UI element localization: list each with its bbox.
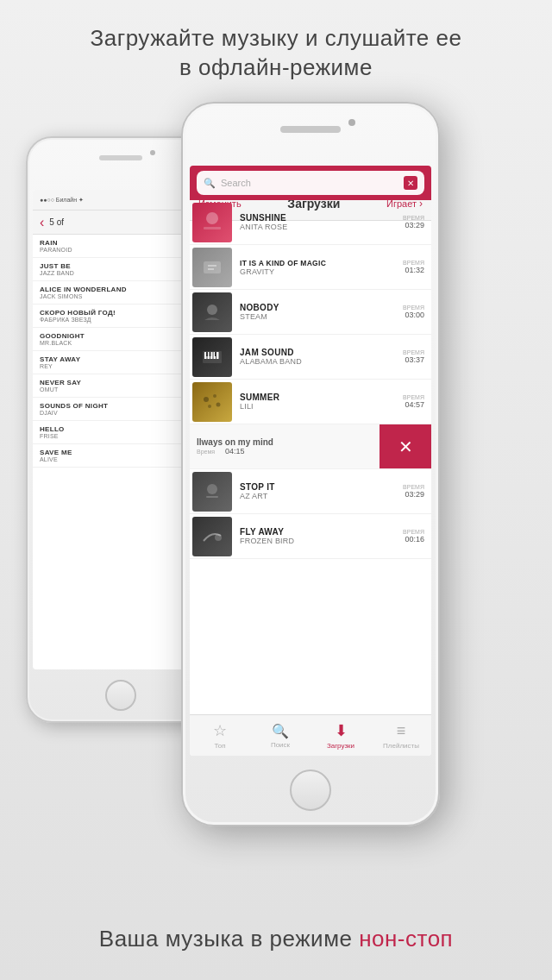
back-song-title: Just be: [40, 262, 202, 270]
front-phone-camera: [348, 119, 355, 126]
song-duration: 03:37: [403, 355, 424, 364]
song-duration: 03:00: [403, 311, 424, 319]
back-arrow-icon[interactable]: ‹: [40, 215, 44, 230]
song-duration: 04:57: [403, 400, 424, 409]
svg-rect-20: [206, 496, 218, 498]
back-song-title: Rain: [40, 239, 202, 247]
song-thumbnail: [192, 472, 232, 512]
svg-rect-14: [215, 352, 216, 356]
back-song-artist: Omut: [40, 386, 202, 393]
back-song-artist: Alive: [40, 456, 202, 462]
swiped-song-meta: Время 04:15: [197, 447, 273, 455]
back-song-artist: Frise: [40, 433, 202, 439]
tab-playlists-label: Плейлисты: [383, 742, 419, 750]
song-info: Stop it Az Art: [235, 482, 403, 500]
star-icon: ☆: [213, 721, 227, 740]
tab-bar: ☆ Топ 🔍 Поиск ⬇ Загрузки ≡ Плейлисты: [190, 714, 431, 756]
song-meta: Время 04:57: [403, 394, 431, 409]
svg-point-5: [207, 305, 217, 315]
back-song-title: Alice in Wonderland: [40, 286, 202, 293]
back-song-artist: Jazz Band: [40, 270, 202, 276]
search-clear-button[interactable]: ✕: [404, 176, 417, 190]
song-thumbnail: [192, 337, 232, 377]
song-artist: Az Art: [240, 492, 398, 500]
svg-point-15: [204, 397, 209, 402]
song-title: Stop it: [240, 482, 398, 492]
list-item[interactable]: Nobody Steam Время 03:00: [190, 290, 431, 335]
swiped-duration: 04:15: [225, 447, 245, 455]
back-song-title: Hello: [40, 425, 202, 433]
back-phone-home-button[interactable]: [105, 680, 136, 711]
swiped-time-label: Время: [197, 449, 215, 455]
time-label: Время: [403, 394, 424, 400]
song-artist: Frozen Bird: [240, 537, 398, 545]
svg-rect-12: [206, 352, 208, 356]
search-input[interactable]: Search: [221, 178, 398, 188]
song-title: Fly Away: [240, 527, 398, 537]
song-info: Summer Lili: [235, 393, 403, 411]
back-song-artist: Jack Simons: [40, 293, 202, 299]
song-title: Sunshine: [240, 213, 398, 223]
delete-x-icon: ✕: [398, 437, 413, 457]
song-title: Jam Sound: [240, 348, 398, 357]
bottom-heading: Ваша музыка в режиме нон-стоп: [0, 926, 552, 952]
list-item[interactable]: Sunshine Anita Rose Время 03:29: [190, 200, 431, 245]
list-item[interactable]: Fly Away Frozen Bird Время 00:16: [190, 514, 431, 559]
time-label: Время: [403, 529, 424, 535]
tab-search[interactable]: 🔍 Поиск: [250, 715, 310, 756]
time-label: Время: [403, 349, 424, 355]
song-thumbnail: [192, 517, 232, 556]
song-artist: Gravity: [240, 267, 398, 276]
list-item[interactable]: llways on my mind Время 04:15 ✕: [190, 424, 431, 469]
song-thumbnail: [192, 203, 232, 242]
back-song-title: Never Say: [40, 379, 202, 386]
time-label: Время: [403, 305, 424, 311]
back-phone-camera: [150, 150, 155, 155]
front-phone-home-button[interactable]: [290, 770, 331, 811]
song-duration: 03:29: [403, 490, 424, 499]
song-list: Sunshine Anita Rose Время 03:29 It is a …: [190, 200, 431, 559]
svg-rect-13: [210, 352, 211, 356]
song-artist: Lili: [240, 402, 398, 411]
list-item[interactable]: It is a kind of magic Gravity Время 01:3…: [190, 245, 431, 290]
swiped-song-title: llways on my mind: [197, 437, 273, 447]
svg-rect-11: [216, 352, 219, 359]
song-info: It is a kind of magic Gravity: [235, 259, 403, 276]
back-song-title: Goodnight: [40, 332, 202, 340]
svg-point-21: [215, 534, 222, 541]
back-song-title: Stay Away: [40, 355, 202, 363]
list-item[interactable]: Stop it Az Art Время 03:29: [190, 469, 431, 514]
tab-downloads[interactable]: ⬇ Загрузки: [310, 715, 371, 756]
svg-point-19: [207, 484, 217, 494]
front-phone: Билайн 📶 ✦ 20:30 ⏰ 55 % ▮ ⚡ Изменить Заг…: [181, 102, 440, 826]
song-thumbnail: [192, 248, 232, 287]
back-song-title: Скоро Новый Год!: [40, 309, 202, 317]
download-icon: ⬇: [335, 721, 348, 740]
time-label: Время: [403, 215, 424, 221]
song-thumbnail: [192, 292, 232, 332]
list-item[interactable]: Jam Sound Alabama Band Время 03:37: [190, 335, 431, 380]
back-song-title: Save Me: [40, 449, 202, 456]
search-bar[interactable]: 🔍 Search ✕: [197, 171, 424, 195]
song-meta: Время 00:16: [403, 529, 431, 543]
song-thumbnail: [192, 382, 232, 422]
tab-top[interactable]: ☆ Топ: [190, 715, 250, 756]
time-label: Время: [403, 484, 424, 490]
song-title: Nobody: [240, 303, 398, 312]
list-item[interactable]: Summer Lili Время 04:57: [190, 380, 431, 424]
song-info: Nobody Steam: [235, 303, 403, 321]
time-label: Время: [403, 260, 424, 266]
song-title: It is a kind of magic: [240, 259, 398, 267]
front-phone-screen: Билайн 📶 ✦ 20:30 ⏰ 55 % ▮ ⚡ Изменить Заг…: [190, 166, 431, 756]
swipe-delete-button[interactable]: ✕: [380, 424, 431, 468]
svg-rect-2: [204, 261, 221, 273]
song-meta: Время 03:29: [403, 215, 431, 229]
song-info: Jam Sound Alabama Band: [235, 348, 403, 366]
back-song-title: Sounds of Night: [40, 402, 202, 410]
swiped-song-info: llways on my mind Время 04:15: [197, 437, 273, 455]
back-nav-count: 5 of: [49, 217, 64, 227]
tab-playlists[interactable]: ≡ Плейлисты: [371, 715, 431, 756]
tab-downloads-label: Загрузки: [327, 742, 354, 750]
tab-top-label: Топ: [214, 742, 225, 750]
song-meta: Время 03:00: [403, 305, 431, 319]
